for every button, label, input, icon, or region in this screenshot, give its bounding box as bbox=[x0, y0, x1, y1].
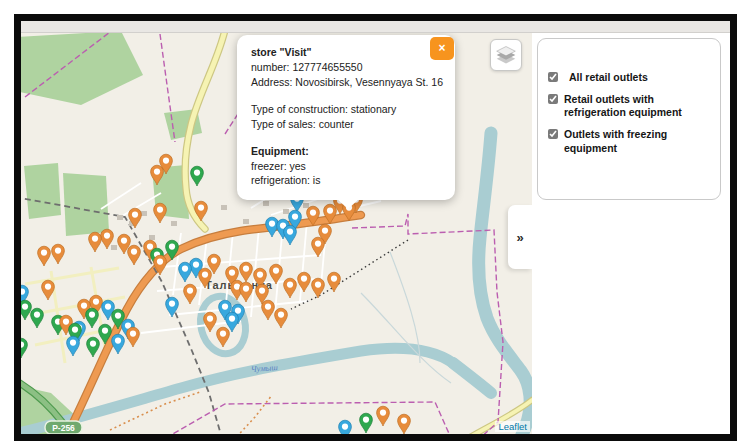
building bbox=[263, 201, 269, 206]
app-window: Р-256ТальменкаЧумыш × store "Visit" numb… bbox=[14, 14, 737, 441]
building bbox=[117, 215, 123, 220]
leaflet-attribution-link[interactable]: Leaflet bbox=[498, 421, 527, 432]
map-marker[interactable] bbox=[87, 337, 100, 357]
popup-sales: Type of sales: counter bbox=[251, 117, 443, 131]
filter-checkbox[interactable] bbox=[548, 72, 558, 82]
forest-area bbox=[24, 163, 61, 219]
map-marker[interactable] bbox=[67, 336, 80, 356]
store-popup: × store "Visit" number: 127774655550 Add… bbox=[237, 35, 455, 200]
river-label: Чумыш bbox=[250, 362, 278, 374]
building bbox=[303, 203, 309, 208]
map-marker[interactable] bbox=[312, 237, 325, 257]
map-marker[interactable] bbox=[204, 312, 217, 332]
popup-equipment-heading: Equipment: bbox=[251, 144, 443, 158]
filter-label: Outlets with freezing equipment bbox=[564, 128, 706, 154]
map-marker[interactable] bbox=[360, 413, 373, 433]
filter-checkbox[interactable] bbox=[548, 129, 558, 139]
map-marker[interactable] bbox=[21, 338, 27, 358]
filter-row: Outlets with freezing equipment bbox=[548, 128, 712, 154]
map-marker[interactable] bbox=[179, 262, 192, 282]
chevron-right-icon: » bbox=[516, 230, 523, 245]
filter-card: All retail outletsRetail outlets with re… bbox=[537, 38, 721, 200]
forest-area bbox=[21, 33, 143, 105]
map-marker[interactable] bbox=[240, 282, 253, 302]
window-chrome-strip bbox=[21, 21, 730, 33]
map-marker[interactable] bbox=[86, 308, 99, 328]
screenshot-stage: Р-256ТальменкаЧумыш × store "Visit" numb… bbox=[0, 0, 746, 446]
map-marker[interactable] bbox=[377, 406, 390, 426]
map-canvas[interactable]: Р-256ТальменкаЧумыш × store "Visit" numb… bbox=[21, 33, 532, 434]
trail bbox=[230, 395, 272, 434]
building bbox=[243, 219, 249, 224]
map-marker[interactable] bbox=[328, 272, 341, 292]
popup-freezer: freezer: yes bbox=[251, 159, 443, 173]
map-marker[interactable] bbox=[217, 327, 230, 347]
map-marker[interactable] bbox=[191, 166, 204, 186]
building bbox=[171, 221, 177, 226]
map-marker[interactable] bbox=[398, 414, 411, 434]
building bbox=[283, 209, 289, 214]
filter-label: All retail outlets bbox=[564, 71, 711, 84]
map-marker[interactable] bbox=[284, 278, 297, 298]
river bbox=[453, 363, 491, 393]
popup-construction: Type of construction: stationary bbox=[251, 102, 443, 116]
filter-panel: All retail outletsRetail outlets with re… bbox=[532, 33, 730, 434]
map-marker[interactable] bbox=[128, 245, 141, 265]
filter-row: All retail outlets bbox=[548, 71, 712, 84]
map-marker[interactable] bbox=[312, 278, 325, 298]
map-marker[interactable] bbox=[284, 225, 297, 245]
building bbox=[111, 245, 117, 250]
popup-tip bbox=[337, 199, 359, 209]
popup-close-button[interactable]: × bbox=[430, 37, 454, 60]
building bbox=[141, 211, 147, 216]
stream bbox=[361, 293, 451, 383]
map-marker[interactable] bbox=[275, 308, 288, 328]
road-shield-label: Р-256 bbox=[52, 423, 75, 433]
map-marker[interactable] bbox=[38, 246, 51, 266]
filter-label: Retail outlets with refrigeration equipm… bbox=[564, 93, 706, 119]
map-marker[interactable] bbox=[21, 300, 31, 320]
map-marker[interactable] bbox=[127, 327, 140, 347]
popup-title: store "Visit" bbox=[251, 45, 443, 59]
popup-address: Address: Novosibirsk, Vesennyaya St. 16 bbox=[251, 75, 443, 89]
map-marker[interactable] bbox=[262, 300, 275, 320]
layers-icon bbox=[495, 44, 517, 66]
building bbox=[221, 205, 227, 210]
map-marker[interactable] bbox=[52, 244, 65, 264]
map-marker[interactable] bbox=[339, 420, 352, 434]
layers-control-button[interactable] bbox=[490, 39, 522, 71]
filter-row: Retail outlets with refrigeration equipm… bbox=[548, 93, 712, 119]
map-attribution: Leaflet bbox=[495, 421, 530, 432]
popup-number: number: 127774655550 bbox=[251, 60, 443, 74]
panel-collapse-tab[interactable]: » bbox=[508, 205, 532, 269]
map-marker[interactable] bbox=[184, 284, 197, 304]
map-marker[interactable] bbox=[31, 308, 44, 328]
map-marker[interactable] bbox=[298, 272, 311, 292]
map-marker[interactable] bbox=[89, 232, 102, 252]
map-marker[interactable] bbox=[112, 334, 125, 354]
popup-refrigeration: refrigeration: is bbox=[251, 173, 443, 187]
forest-area bbox=[63, 173, 109, 236]
map-marker[interactable] bbox=[154, 203, 167, 223]
filter-checkbox[interactable] bbox=[548, 94, 558, 104]
building bbox=[149, 235, 155, 240]
minor-road bbox=[25, 268, 119, 284]
map-marker[interactable] bbox=[42, 280, 55, 300]
